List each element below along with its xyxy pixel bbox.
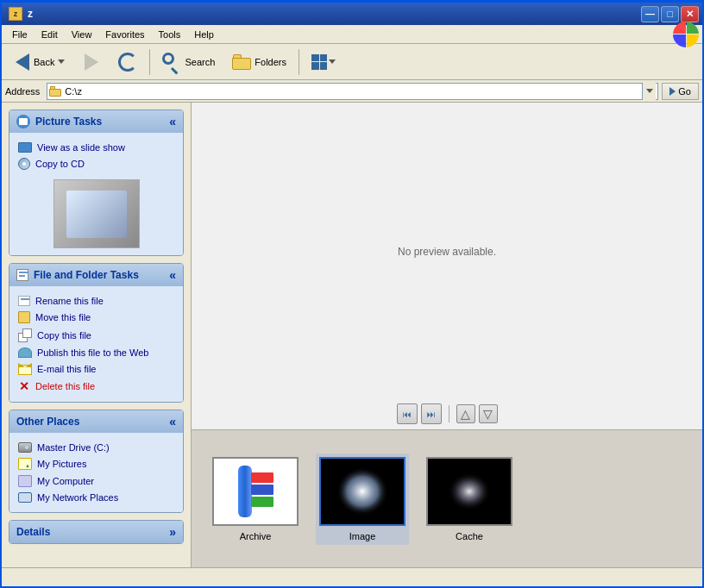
go-arrow-icon bbox=[669, 87, 676, 96]
image-thumb-svg bbox=[321, 459, 404, 524]
picture-preview-thumb bbox=[53, 179, 140, 248]
task-copy[interactable]: Copy this file bbox=[13, 326, 179, 345]
other-place-my-pictures[interactable]: My Pictures bbox=[13, 455, 179, 472]
other-place-my-pictures-label: My Pictures bbox=[37, 459, 86, 469]
folders-button[interactable]: Folders bbox=[224, 47, 294, 77]
picture-tasks-header[interactable]: Picture Tasks « bbox=[9, 110, 183, 133]
toolbar: Back Search Folde bbox=[2, 44, 702, 80]
winrar-books-icon bbox=[251, 472, 273, 509]
file-name-image: Image bbox=[349, 531, 376, 541]
forward-arrow-icon bbox=[85, 53, 98, 71]
copy-front-icon bbox=[22, 328, 32, 338]
refresh-button[interactable] bbox=[110, 47, 145, 77]
task-rename[interactable]: Rename this file bbox=[13, 293, 179, 309]
next-media-icon: ⏭ bbox=[427, 410, 436, 419]
email-icon bbox=[18, 363, 32, 375]
search-icon bbox=[162, 53, 181, 72]
address-folder-icon bbox=[49, 86, 61, 97]
file-folder-tasks-collapse-icon[interactable]: « bbox=[169, 268, 176, 282]
menu-favorites[interactable]: Favorites bbox=[98, 28, 151, 41]
file-folder-tasks-header[interactable]: File and Folder Tasks « bbox=[9, 264, 183, 286]
task-slideshow[interactable]: View as a slide show bbox=[13, 140, 179, 155]
window-title: z bbox=[28, 8, 33, 20]
network-icon bbox=[18, 492, 32, 503]
views-cell-2 bbox=[320, 54, 328, 62]
other-place-my-computer-label: My Computer bbox=[37, 476, 94, 486]
folders-icon bbox=[232, 54, 251, 70]
prev-media-button[interactable]: ⏮ bbox=[397, 403, 418, 424]
other-places-body: Master Drive (C:) My Pictures My Compute… bbox=[9, 433, 183, 512]
menu-file[interactable]: File bbox=[5, 28, 35, 41]
winrar-icon bbox=[234, 466, 277, 517]
xp-q3 bbox=[673, 34, 686, 47]
views-icon bbox=[311, 54, 327, 70]
task-publish[interactable]: Publish this file to the Web bbox=[13, 345, 179, 360]
details-collapse-icon[interactable]: » bbox=[169, 525, 176, 539]
maximize-button[interactable]: □ bbox=[661, 6, 679, 22]
file-item-cache[interactable]: Cache bbox=[423, 454, 516, 545]
no-preview-text: No preview available. bbox=[398, 246, 496, 258]
xp-flag-icon bbox=[673, 22, 699, 47]
winrar-book2-icon bbox=[251, 485, 273, 495]
menu-edit[interactable]: Edit bbox=[35, 28, 65, 41]
size-down-button[interactable]: ▽ bbox=[479, 404, 498, 423]
other-places-header-left: Other Places bbox=[16, 416, 79, 428]
cd-icon bbox=[18, 158, 30, 170]
file-thumb-archive bbox=[212, 457, 299, 526]
other-place-my-computer[interactable]: My Computer bbox=[13, 472, 179, 490]
delete-icon: ✕ bbox=[18, 380, 30, 392]
address-input-wrap: C:\z bbox=[47, 83, 658, 100]
size-up-icon: △ bbox=[461, 407, 470, 421]
other-place-master-drive[interactable]: Master Drive (C:) bbox=[13, 440, 179, 455]
details-header[interactable]: Details » bbox=[9, 521, 183, 543]
left-panel: Picture Tasks « View as a slide show Cop… bbox=[2, 103, 192, 567]
other-places-collapse-icon[interactable]: « bbox=[169, 415, 176, 428]
file-lines2-icon bbox=[19, 275, 25, 277]
views-button[interactable] bbox=[304, 47, 343, 77]
file-item-image[interactable]: Image bbox=[316, 454, 409, 545]
go-button[interactable]: Go bbox=[662, 83, 699, 100]
task-rename-label: Rename this file bbox=[35, 296, 104, 306]
drive-icon bbox=[18, 442, 32, 453]
menu-tools[interactable]: Tools bbox=[152, 28, 188, 41]
file-item-archive[interactable]: Archive bbox=[209, 454, 302, 545]
file-thumb-cache bbox=[426, 457, 512, 526]
winrar-pipe-icon bbox=[238, 466, 252, 517]
xp-logo-area bbox=[673, 22, 699, 47]
next-media-button[interactable]: ⏭ bbox=[421, 403, 442, 424]
address-dropdown[interactable] bbox=[642, 83, 656, 100]
preview-main: No preview available. bbox=[192, 103, 702, 400]
move-icon bbox=[18, 311, 30, 323]
back-button[interactable]: Back bbox=[5, 47, 72, 77]
menu-help[interactable]: Help bbox=[187, 28, 221, 41]
picture-tasks-icon bbox=[16, 115, 30, 128]
views-cell-3 bbox=[311, 62, 319, 70]
copy-icon bbox=[18, 328, 32, 342]
close-button[interactable]: ✕ bbox=[681, 6, 699, 22]
menu-view[interactable]: View bbox=[65, 28, 99, 41]
minimize-button[interactable]: — bbox=[641, 6, 659, 22]
size-up-button[interactable]: △ bbox=[456, 404, 475, 423]
picture-tasks-collapse-icon[interactable]: « bbox=[169, 115, 176, 128]
main-content: Picture Tasks « View as a slide show Cop… bbox=[2, 103, 702, 567]
search-handle-icon bbox=[171, 67, 178, 74]
email-flap-icon bbox=[18, 363, 32, 367]
other-places-header[interactable]: Other Places « bbox=[9, 410, 183, 433]
other-place-network[interactable]: My Network Places bbox=[13, 490, 179, 505]
task-copy-cd[interactable]: Copy to CD bbox=[13, 155, 179, 172]
address-text[interactable]: C:\z bbox=[65, 86, 638, 97]
preview-area: No preview available. ⏮ ⏭ △ ▽ bbox=[192, 103, 702, 567]
task-email[interactable]: E-mail this file bbox=[13, 360, 179, 378]
file-folder-tasks-section: File and Folder Tasks « Rename this file… bbox=[9, 263, 184, 403]
details-title: Details bbox=[16, 526, 50, 538]
forward-button[interactable] bbox=[74, 47, 109, 77]
task-delete[interactable]: ✕ Delete this file bbox=[13, 378, 179, 395]
task-move[interactable]: Move this file bbox=[13, 309, 179, 326]
back-dropdown-icon[interactable] bbox=[58, 59, 65, 64]
views-dropdown-icon[interactable] bbox=[329, 59, 336, 64]
back-arrow-icon bbox=[16, 53, 29, 71]
task-copy-label: Copy this file bbox=[37, 330, 91, 341]
views-cell-4 bbox=[320, 62, 328, 70]
file-name-cache: Cache bbox=[456, 531, 483, 541]
search-button[interactable]: Search bbox=[154, 47, 223, 77]
